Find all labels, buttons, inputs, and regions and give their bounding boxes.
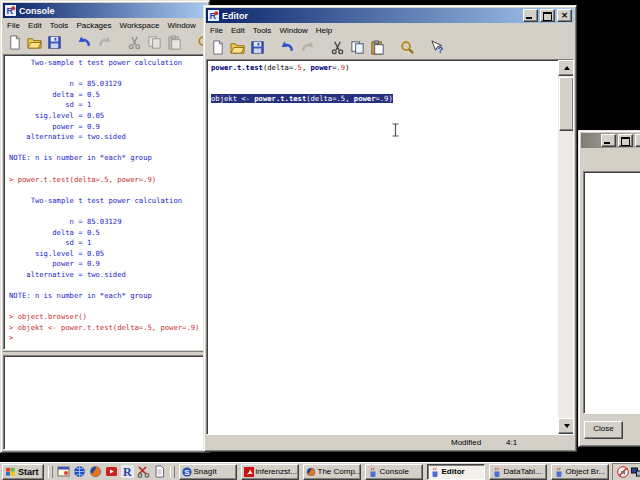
editor-line-selected[interactable]: objekt <- power.t.test(delta=.5, power=.… — [211, 94, 573, 104]
save-floppy-icon[interactable] — [248, 39, 266, 56]
code-token: =.9) — [375, 94, 392, 103]
taskbar-button-datatabl[interactable]: DataTabl... — [489, 464, 547, 480]
status-cursor-position: 4:1 — [506, 438, 517, 447]
taskbar-button-label: SnagIt — [194, 467, 217, 476]
editor-text-area[interactable]: power.t.test(delta=.5, power=.9)objekt <… — [206, 59, 574, 435]
side-titlebar[interactable]: × — [581, 133, 640, 148]
open-folder-icon[interactable] — [228, 39, 246, 56]
firefox-icon — [306, 467, 316, 477]
console-output-line: Two-sample t test power calculation — [9, 196, 206, 207]
editor-menu-help[interactable]: Help — [312, 25, 336, 36]
undo-icon[interactable] — [278, 39, 296, 56]
taskbar: Start R SSnagItinferenzst...The Comp...C… — [0, 462, 640, 480]
console-output-pane[interactable]: Two-sample t test power calculation n = … — [3, 54, 207, 350]
taskbar-button-editor[interactable]: Editor — [427, 464, 485, 480]
open-folder-icon[interactable] — [25, 34, 43, 51]
console-output-line — [9, 185, 206, 196]
editor-statusbar: Modified 4:1 — [204, 435, 576, 451]
maximize-button[interactable] — [540, 9, 555, 22]
paste-icon[interactable] — [368, 39, 386, 56]
console-command-line: > object.browser() — [9, 312, 206, 323]
console-input-pane[interactable] — [3, 355, 207, 450]
console-output-line: power = 0.9 — [9, 122, 206, 133]
side-list-pane[interactable] — [583, 171, 640, 414]
java-app-icon — [554, 467, 564, 477]
taskbar-button-the-comp[interactable]: The Comp... — [303, 464, 361, 480]
app-window-icon[interactable] — [57, 465, 70, 478]
maximize-button[interactable] — [618, 134, 633, 147]
volume-muted-icon[interactable] — [617, 466, 629, 478]
minimize-button[interactable] — [601, 134, 616, 147]
taskbar-button-label: Object Br... — [566, 467, 606, 476]
editor-menu-window[interactable]: Window — [275, 25, 311, 36]
editor-titlebar[interactable]: R Editor × — [206, 8, 574, 23]
network-icon[interactable] — [631, 466, 640, 478]
console-window: R Console FileEditToolsPackagesWorkspace… — [0, 0, 210, 453]
console-menu-edit[interactable]: Edit — [24, 20, 46, 31]
search-icon[interactable] — [398, 39, 416, 56]
console-menu-workspace[interactable]: Workspace — [116, 20, 164, 31]
vertical-scrollbar[interactable] — [558, 60, 573, 434]
console-output-line: sig.level = 0.05 — [9, 111, 206, 122]
close-dialog-button[interactable]: Close — [584, 421, 623, 439]
snagit-icon: S — [182, 467, 192, 477]
capture-tool-icon[interactable] — [137, 465, 150, 478]
console-output-line: alternative = two.sided — [9, 270, 206, 281]
taskbar-button-snagit[interactable]: SSnagIt — [179, 464, 237, 480]
internet-globe-icon[interactable] — [73, 465, 86, 478]
document-icon[interactable] — [153, 465, 166, 478]
taskbar-button-label: Editor — [442, 467, 465, 476]
save-floppy-icon[interactable] — [45, 34, 63, 51]
scroll-down-button[interactable] — [558, 418, 574, 434]
close-button[interactable]: × — [557, 9, 572, 22]
console-menu-file[interactable]: File — [3, 20, 24, 31]
new-document-icon[interactable] — [208, 39, 226, 56]
undo-icon[interactable] — [75, 34, 93, 51]
minimize-button[interactable] — [523, 9, 538, 22]
console-output-line: alternative = two.sided — [9, 132, 206, 143]
console-menu-packages[interactable]: Packages — [72, 20, 115, 31]
code-token: , — [302, 63, 311, 72]
new-document-icon[interactable] — [5, 34, 23, 51]
taskbar-button-inferenzst[interactable]: inferenzst... — [241, 464, 299, 480]
console-output-line — [9, 143, 206, 154]
copy-icon[interactable] — [348, 39, 366, 56]
java-app-icon — [368, 467, 378, 477]
java-app-icon — [492, 467, 502, 477]
console-titlebar[interactable]: R Console — [3, 3, 207, 18]
editor-line[interactable] — [211, 84, 573, 94]
copy-icon — [145, 34, 163, 51]
system-tray: DEV 11:25 — [612, 463, 640, 480]
editor-line[interactable]: power.t.test(delta=.5, power=.9) — [211, 63, 573, 73]
media-player-icon[interactable] — [105, 465, 118, 478]
console-output-line: power = 0.9 — [9, 259, 206, 270]
editor-menu-file[interactable]: File — [206, 25, 227, 36]
editor-menu-tools[interactable]: Tools — [249, 25, 276, 36]
console-output-line: n = 85.03129 — [9, 79, 206, 90]
side-toolbar-band — [579, 148, 640, 171]
toolbar-grip[interactable] — [170, 466, 175, 478]
console-menu-tools[interactable]: Tools — [46, 20, 73, 31]
console-output-line: NOTE: n is number in *each* group — [9, 291, 206, 302]
start-button[interactable]: Start — [2, 464, 44, 480]
console-output-line: delta = 0.5 — [9, 90, 206, 101]
toolbar-grip[interactable] — [48, 466, 53, 478]
editor-line[interactable] — [211, 73, 573, 83]
taskbar-button-label: DataTabl... — [504, 467, 542, 476]
editor-window: R Editor × FileEditToolsWindowHelp ? pow… — [203, 5, 577, 452]
firefox-icon[interactable] — [89, 465, 102, 478]
console-splitter[interactable] — [3, 351, 207, 354]
cut-icon[interactable] — [328, 39, 346, 56]
editor-menu-edit[interactable]: Edit — [227, 25, 249, 36]
console-menu-window[interactable]: Window — [163, 20, 199, 31]
help-pointer-icon[interactable]: ? — [428, 39, 446, 56]
r-program-icon[interactable]: R — [121, 465, 134, 478]
taskbar-button-console[interactable]: Console — [365, 464, 423, 480]
console-output-line: delta = 0.5 — [9, 228, 206, 239]
tray-icons: DEV — [617, 466, 640, 478]
scroll-up-button[interactable] — [558, 60, 574, 76]
start-label: Start — [18, 467, 39, 477]
close-button[interactable]: × — [635, 134, 640, 147]
scrollbar-thumb[interactable] — [559, 77, 574, 131]
taskbar-button-object-br[interactable]: Object Br... — [551, 464, 609, 480]
